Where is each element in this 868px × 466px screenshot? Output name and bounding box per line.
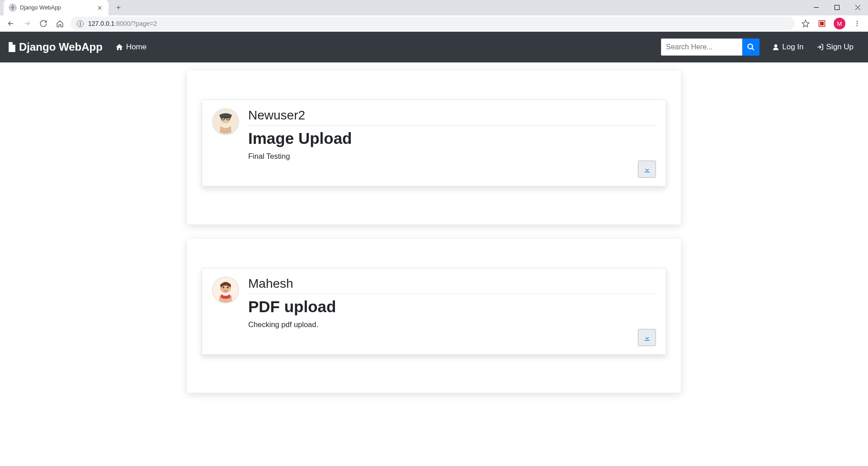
globe-icon	[9, 4, 16, 11]
browser-tab[interactable]: Django WebApp	[4, 0, 108, 15]
tab-bar: Django WebApp +	[0, 0, 868, 15]
svg-point-4	[857, 23, 858, 24]
back-button[interactable]	[4, 16, 18, 31]
close-icon[interactable]	[96, 4, 103, 11]
new-tab-button[interactable]: +	[112, 1, 125, 14]
maximize-button[interactable]	[826, 0, 847, 14]
minimize-button[interactable]	[806, 0, 826, 14]
browser-chrome: Django WebApp + i 127.0.0.1:8000/?page=2…	[0, 0, 868, 32]
svg-point-3	[857, 21, 858, 22]
address-bar[interactable]: i 127.0.0.1:8000/?page=2	[71, 17, 795, 30]
svg-rect-1	[835, 5, 839, 10]
profile-avatar[interactable]: M	[834, 18, 845, 29]
url-text: 127.0.0.1:8000/?page=2	[88, 20, 157, 27]
extension-icon[interactable]	[815, 16, 829, 31]
reload-button[interactable]	[36, 16, 51, 31]
kebab-menu-icon[interactable]	[850, 16, 864, 31]
forward-button[interactable]	[20, 16, 34, 31]
bookmark-star-icon[interactable]	[798, 16, 813, 31]
home-button-browser[interactable]	[52, 16, 67, 31]
window-close-button[interactable]	[847, 0, 868, 14]
window-controls	[806, 0, 868, 14]
svg-point-5	[857, 25, 858, 26]
info-icon: i	[77, 20, 84, 27]
tab-title: Django WebApp	[20, 5, 92, 11]
address-row: i 127.0.0.1:8000/?page=2 M	[0, 15, 868, 32]
